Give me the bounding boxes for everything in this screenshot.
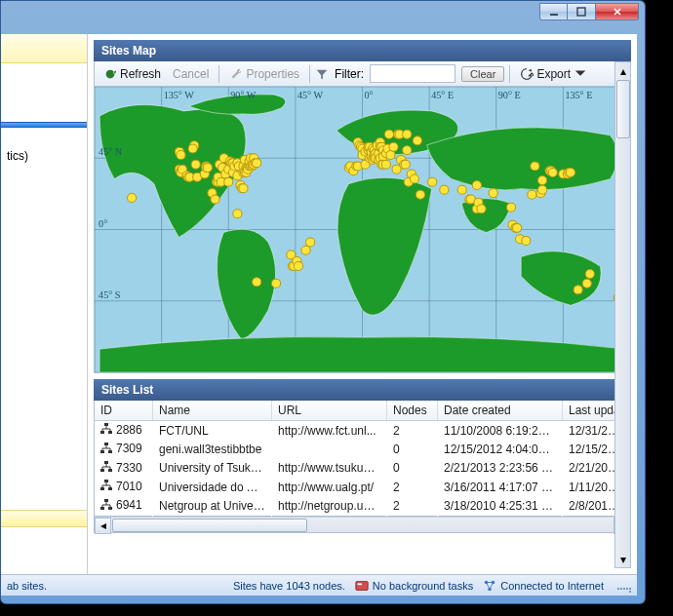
cancel-label: Cancel [173, 67, 209, 81]
svg-text:135° W: 135° W [164, 90, 195, 100]
svg-point-135 [384, 130, 393, 138]
svg-text:90° E: 90° E [498, 90, 521, 100]
left-sidebar: tics) [1, 34, 88, 574]
status-nodes: Sites have 1043 nodes. [233, 580, 345, 592]
svg-rect-1 [577, 8, 585, 16]
svg-rect-197 [104, 499, 108, 502]
horizontal-scrollbar[interactable]: ◂ ▸ [94, 517, 631, 533]
svg-text:45° E: 45° E [431, 90, 454, 100]
svg-text:45° W: 45° W [297, 90, 324, 100]
column-header[interactable]: URL [272, 401, 387, 421]
resize-grip[interactable] [617, 579, 631, 593]
svg-point-39 [191, 160, 200, 169]
status-net: Connected to Internet [483, 579, 604, 593]
svg-point-161 [506, 203, 515, 212]
maximize-button[interactable] [568, 3, 596, 20]
svg-point-152 [440, 185, 449, 194]
scroll-left-arrow[interactable]: ◂ [95, 518, 111, 534]
svg-rect-191 [104, 461, 108, 464]
svg-rect-189 [100, 450, 104, 453]
column-header[interactable]: ID [95, 401, 153, 421]
toolbar-separator [309, 65, 310, 83]
refresh-button[interactable]: Refresh [99, 65, 166, 83]
scroll-thumb[interactable] [112, 519, 307, 532]
svg-rect-201 [357, 583, 361, 585]
filter-input[interactable] [370, 64, 455, 83]
svg-point-157 [472, 180, 481, 189]
svg-text:90° W: 90° W [230, 90, 257, 100]
svg-rect-186 [100, 431, 104, 434]
svg-point-159 [477, 205, 486, 213]
svg-rect-198 [100, 507, 104, 510]
status-left: ab sites. [7, 580, 47, 592]
site-icon [100, 443, 112, 457]
svg-point-153 [457, 185, 466, 194]
sites-map-header: Sites Map [94, 40, 631, 61]
column-header[interactable]: Date created [438, 401, 563, 421]
svg-point-149 [413, 136, 421, 145]
svg-text:45° S: 45° S [99, 289, 120, 300]
column-header[interactable]: Name [153, 401, 272, 421]
svg-text:0°: 0° [365, 90, 374, 100]
tasks-icon [355, 579, 369, 593]
svg-point-46 [211, 195, 219, 204]
table-row[interactable]: 6941Netgroup at Univer...http://netgroup… [95, 496, 631, 516]
toolbar-separator [218, 65, 219, 83]
svg-rect-195 [100, 487, 104, 490]
svg-rect-190 [108, 450, 112, 453]
sidebar-header [1, 34, 87, 63]
svg-point-174 [548, 168, 557, 176]
svg-point-70 [239, 184, 248, 193]
svg-point-144 [403, 146, 412, 155]
svg-point-170 [537, 185, 546, 194]
clear-button[interactable]: Clear [461, 66, 504, 82]
site-icon [100, 480, 112, 494]
svg-point-171 [537, 176, 546, 185]
svg-point-30 [177, 151, 185, 160]
svg-rect-192 [100, 469, 104, 472]
filter-icon [315, 67, 329, 81]
svg-text:45° N: 45° N [99, 146, 123, 157]
scroll-thumb[interactable] [616, 80, 630, 138]
wrench-icon [229, 67, 243, 81]
table-row[interactable]: 7330University of Tsuku...http://www.tsu… [95, 459, 631, 478]
properties-label: Properties [246, 67, 299, 81]
svg-point-86 [253, 159, 261, 168]
table-row[interactable]: 2886FCT/UNLhttp://www.fct.unl...211/10/2… [95, 421, 631, 441]
svg-point-178 [566, 168, 574, 176]
cancel-button: Cancel [168, 65, 214, 83]
tree-item-tics[interactable]: tics) [1, 147, 87, 165]
vertical-scrollbar[interactable]: ▴ ▾ [614, 61, 631, 568]
svg-point-44 [203, 164, 212, 173]
svg-point-64 [233, 210, 242, 218]
table-row[interactable]: 7010Universidade do Al...http://www.ualg… [95, 478, 631, 496]
svg-point-143 [401, 160, 410, 169]
scroll-up-arrow[interactable]: ▴ [615, 62, 630, 79]
svg-rect-0 [550, 14, 558, 16]
table-row[interactable]: 7309geni.wall3testibbtbe012/15/2012 4:04… [95, 440, 631, 458]
map-toolbar: Refresh Cancel Properties Filter: Clear [94, 61, 631, 87]
svg-rect-194 [104, 480, 108, 482]
export-button[interactable]: Export [515, 65, 592, 83]
close-button[interactable] [596, 3, 639, 20]
properties-button: Properties [224, 65, 304, 83]
world-map[interactable]: 135° W90° W45° W0°45° E90° E135° E45° N0… [94, 87, 631, 373]
svg-point-95 [306, 238, 315, 247]
column-header[interactable]: Nodes [387, 401, 438, 421]
svg-point-133 [381, 160, 390, 169]
scroll-down-arrow[interactable]: ▾ [615, 551, 630, 567]
svg-point-94 [301, 246, 310, 254]
svg-point-150 [416, 190, 424, 199]
toolbar-separator [509, 65, 510, 83]
svg-point-56 [224, 177, 233, 186]
minimize-button[interactable] [539, 3, 568, 20]
svg-point-148 [410, 174, 418, 183]
svg-point-164 [513, 223, 522, 232]
svg-rect-199 [108, 507, 112, 510]
svg-point-27 [128, 193, 137, 202]
svg-text:0°: 0° [99, 218, 107, 229]
svg-point-136 [386, 151, 395, 160]
dropdown-icon [574, 67, 587, 81]
svg-point-88 [271, 279, 280, 288]
svg-point-181 [585, 270, 594, 279]
